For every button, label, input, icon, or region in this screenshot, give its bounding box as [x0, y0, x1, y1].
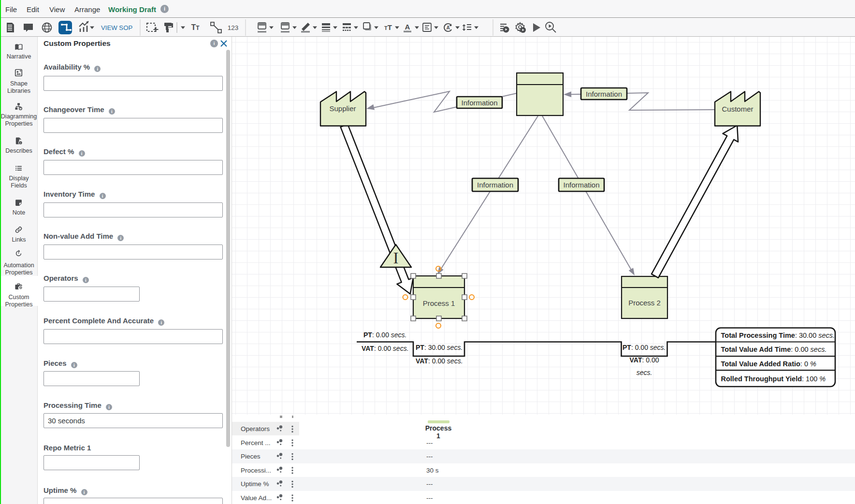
svg-text:VIEW SOP: VIEW SOP — [101, 24, 132, 31]
svg-text:123: 123 — [228, 24, 239, 31]
svg-text:VAT: 0.00 secs.: VAT: 0.00 secs. — [416, 357, 463, 365]
svg-text:Rolled Throughput Yield: 100 %: Rolled Throughput Yield: 100 % — [721, 375, 826, 383]
svg-text:Information: Information — [586, 90, 622, 98]
svg-text:A: A — [446, 25, 449, 30]
svg-text:VAT: 0.00 secs.: VAT: 0.00 secs. — [362, 345, 409, 352]
svg-text:Process 2: Process 2 — [628, 299, 661, 307]
svg-text:PT: 30.00 secs.: PT: 30.00 secs. — [416, 344, 463, 351]
svg-text:Supplier: Supplier — [329, 104, 356, 113]
svg-text:Process 1: Process 1 — [423, 299, 455, 307]
svg-text:PT: 0.00 secs.: PT: 0.00 secs. — [623, 344, 666, 351]
svg-text:Information: Information — [461, 99, 497, 107]
svg-text:Information: Information — [477, 181, 513, 189]
svg-text:Customer: Customer — [722, 105, 753, 113]
svg-text:TT: TT — [384, 23, 392, 31]
svg-text:A: A — [405, 23, 410, 31]
svg-text:PT: 0.00 secs.: PT: 0.00 secs. — [363, 331, 407, 339]
svg-text:Information: Information — [563, 181, 599, 189]
svg-text:Total Value Add Time: 0.00 sec: Total Value Add Time: 0.00 secs. — [721, 346, 827, 353]
svg-text:Total Value Added Ratio: 0 %: Total Value Added Ratio: 0 % — [721, 360, 817, 368]
svg-text:TT: TT — [191, 23, 200, 31]
svg-text:I: I — [393, 249, 399, 267]
svg-text:VAT: 0.00: VAT: 0.00 — [630, 356, 659, 364]
svg-text:Total Processing Time: 30.00 s: Total Processing Time: 30.00 secs. — [721, 331, 835, 339]
svg-text:secs.: secs. — [637, 369, 652, 376]
